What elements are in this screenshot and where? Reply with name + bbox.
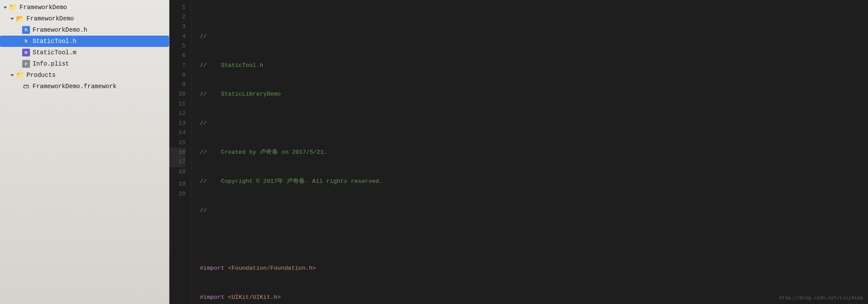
editor: 1 2 3 4 5 6 7 8 9 10 11 12 13 14 15 16 1… xyxy=(169,0,868,304)
sidebar-item-label: Products xyxy=(27,72,56,79)
sidebar-item-framework-file[interactable]: 🗃 FrameworkDemo.framework xyxy=(0,81,169,92)
code-line-3: // StaticLibraryDemo xyxy=(200,89,868,99)
sidebar-item-root-project[interactable]: 📁 FrameworkDemo xyxy=(0,2,169,13)
sidebar-item-label: FrameworkDemo.framework xyxy=(33,83,116,90)
sidebar-item-frameworkdemo-h[interactable]: h FrameworkDemo.h xyxy=(0,24,169,36)
sidebar-item-label: Info.plist xyxy=(33,60,69,67)
expand-icon xyxy=(10,18,14,20)
sidebar-item-statictool-h[interactable]: h StaticTool.h xyxy=(0,36,169,47)
sidebar-item-statictool-m[interactable]: m StaticTool.m xyxy=(0,47,169,58)
code-line-4: // xyxy=(200,119,868,128)
code-area[interactable]: 1 2 3 4 5 6 7 8 9 10 11 12 13 14 15 16 1… xyxy=(169,0,868,304)
sidebar: 📁 FrameworkDemo 📂 FrameworkDemo h Framew… xyxy=(0,0,169,304)
code-line-7: // xyxy=(200,206,868,215)
code-line-5: // Created by 卢奇春 on 2017/5/21. xyxy=(200,148,868,157)
m-file-icon: m xyxy=(22,48,30,57)
framework-icon: 🗃 xyxy=(22,82,30,91)
products-folder-icon: 📁 xyxy=(16,71,24,79)
sidebar-item-products-group[interactable]: 📁 Products xyxy=(0,69,169,81)
expand-icon xyxy=(3,7,7,9)
plist-icon: p xyxy=(22,59,30,68)
sidebar-item-label: FrameworkDemo xyxy=(27,15,74,22)
code-line-8 xyxy=(200,235,868,244)
sidebar-item-label: StaticTool.m xyxy=(33,49,76,56)
sidebar-item-label: StaticTool.h xyxy=(33,38,76,45)
code-line-1: // xyxy=(200,32,868,41)
code-line-2: // StaticTool.h xyxy=(200,61,868,70)
h-file-icon: h xyxy=(22,37,30,46)
code-content[interactable]: // // StaticTool.h // StaticLibraryDemo … xyxy=(191,0,868,304)
sidebar-item-info-plist[interactable]: p Info.plist xyxy=(0,58,169,69)
folder-icon: 📂 xyxy=(16,14,24,23)
code-line-9: #import <Foundation/Foundation.h> xyxy=(200,264,868,273)
expand-icon xyxy=(10,74,14,76)
line-numbers: 1 2 3 4 5 6 7 8 9 10 11 12 13 14 15 16 1… xyxy=(169,0,191,304)
sidebar-item-framework-group[interactable]: 📂 FrameworkDemo xyxy=(0,13,169,24)
project-icon: 📁 xyxy=(9,3,17,12)
sidebar-item-label: FrameworkDemo xyxy=(20,4,67,11)
sidebar-item-label: FrameworkDemo.h xyxy=(33,26,87,33)
h-file-icon: h xyxy=(22,26,30,34)
code-line-10: #import <UIKit/UIKit.h> xyxy=(200,293,868,302)
code-line-6: // Copyright © 2017年 卢奇春. All rights res… xyxy=(200,177,868,186)
